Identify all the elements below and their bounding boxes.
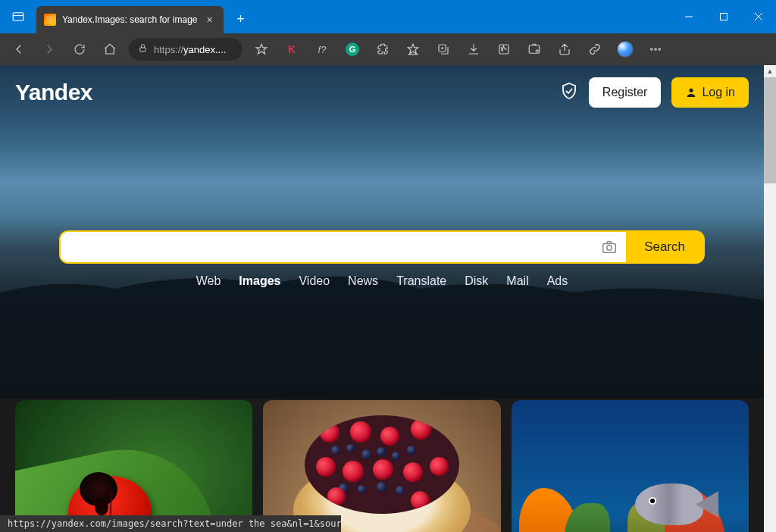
browser-tab[interactable]: Yandex.Images: search for image × xyxy=(36,6,224,33)
login-label: Log in xyxy=(702,86,735,99)
pie-illustration xyxy=(305,415,458,514)
tab-ads[interactable]: Ads xyxy=(547,274,568,288)
tab-video[interactable]: Video xyxy=(299,274,330,288)
search-button[interactable]: Search xyxy=(626,232,703,262)
window-maximize-button[interactable] xyxy=(706,0,741,33)
vertical-scrollbar[interactable]: ▲ xyxy=(764,65,776,532)
svg-rect-6 xyxy=(140,48,146,52)
collections-button[interactable] xyxy=(429,36,458,63)
search-bar: Search xyxy=(59,230,705,264)
scroll-thumb[interactable] xyxy=(764,77,776,183)
address-url: https://yandex.... xyxy=(154,44,226,55)
address-bar[interactable]: https://yandex.... xyxy=(129,38,242,61)
title-drag-area[interactable] xyxy=(252,0,671,33)
login-button[interactable]: Log in xyxy=(671,77,749,108)
service-tabs: Web Images Video News Translate Disk Mai… xyxy=(59,274,705,288)
screenshot-button[interactable] xyxy=(520,36,549,63)
refresh-button[interactable] xyxy=(65,36,94,63)
share-button[interactable] xyxy=(550,36,579,63)
scroll-up-arrow-icon[interactable]: ▲ xyxy=(764,65,776,77)
extension-k-icon[interactable]: K xyxy=(277,36,306,63)
tab-close-icon[interactable]: × xyxy=(204,14,216,26)
svg-point-16 xyxy=(607,246,612,250)
suggestion-card-pie[interactable]: Berry pie xyxy=(263,400,500,532)
svg-point-11 xyxy=(536,50,538,52)
math-solver-icon[interactable] xyxy=(490,36,518,63)
suggestion-card-nature[interactable]: Macro photography of nature xyxy=(15,400,252,532)
svg-rect-0 xyxy=(13,13,23,21)
shield-icon[interactable] xyxy=(560,82,578,103)
extension-grammarly-icon[interactable]: G xyxy=(338,36,367,63)
suggestion-card-sea[interactable]: Under the sea xyxy=(512,400,749,532)
user-icon xyxy=(685,86,697,99)
tab-news[interactable]: News xyxy=(348,274,378,288)
page-content: Yandex Register Log in Search Web Images… xyxy=(0,65,776,532)
register-button[interactable]: Register xyxy=(589,77,662,108)
link-button[interactable] xyxy=(580,36,609,63)
lock-icon xyxy=(138,42,148,56)
extensions-button[interactable] xyxy=(368,36,397,63)
home-button[interactable] xyxy=(95,36,124,63)
search-input[interactable] xyxy=(61,232,593,262)
svg-rect-3 xyxy=(721,14,728,20)
back-button[interactable] xyxy=(5,36,33,63)
yandex-logo[interactable]: Yandex xyxy=(15,80,92,105)
downloads-button[interactable] xyxy=(459,36,488,63)
tab-mail[interactable]: Mail xyxy=(506,274,528,288)
svg-point-14 xyxy=(659,49,660,50)
tab-title: Yandex.Images: search for image xyxy=(62,14,198,25)
tab-translate[interactable]: Translate xyxy=(396,274,446,288)
fish-illustration xyxy=(635,483,703,525)
status-bar: https://yandex.com/images/search?text=un… xyxy=(0,515,341,532)
favorites-button[interactable] xyxy=(399,36,427,63)
new-tab-button[interactable]: + xyxy=(230,11,252,27)
window-close-button[interactable] xyxy=(741,0,776,33)
tab-favicon-icon xyxy=(44,14,56,26)
image-search-icon[interactable] xyxy=(593,232,626,262)
more-menu-button[interactable] xyxy=(641,36,670,63)
tab-actions-icon[interactable] xyxy=(6,5,30,29)
svg-point-13 xyxy=(655,49,656,50)
extension-function-icon[interactable]: f? xyxy=(308,36,336,63)
tab-images[interactable]: Images xyxy=(239,274,280,288)
browser-toolbar: https://yandex.... K f? G xyxy=(0,33,776,65)
window-title-bar: Yandex.Images: search for image × + xyxy=(0,0,776,33)
window-minimize-button[interactable] xyxy=(671,0,706,33)
tab-web[interactable]: Web xyxy=(196,274,221,288)
profile-avatar[interactable] xyxy=(611,36,640,63)
svg-point-12 xyxy=(651,49,652,50)
forward-button[interactable] xyxy=(35,36,64,63)
tab-disk[interactable]: Disk xyxy=(465,274,488,288)
favorite-button[interactable] xyxy=(247,36,276,63)
